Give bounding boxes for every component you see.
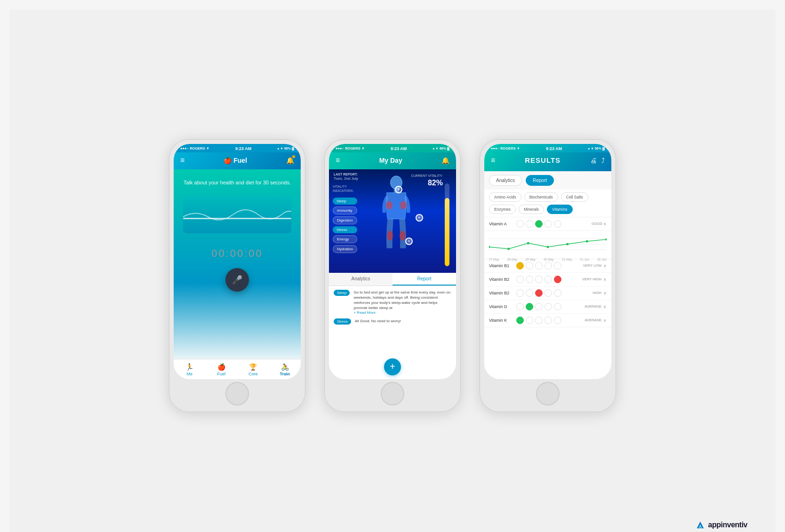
results-tab-analytics[interactable]: Analytics bbox=[489, 175, 522, 186]
train-label: Train bbox=[280, 372, 290, 376]
vitamin-d-row: Vitamin D AVERAGE ∨ bbox=[484, 300, 611, 314]
sleep-tag: Sleep bbox=[334, 290, 350, 296]
nav-item-core[interactable]: 🏆 Core bbox=[237, 363, 269, 376]
train-icon: 🚴 bbox=[281, 363, 289, 371]
chip-amino-acids[interactable]: Amino Acids bbox=[489, 192, 521, 202]
vitamin-d-chevron[interactable]: ∨ bbox=[603, 304, 607, 309]
chip-minerals[interactable]: Minerals bbox=[519, 205, 544, 214]
phone-2-time: 9:23 AM bbox=[391, 146, 407, 151]
phone-3-time: 9:23 AM bbox=[546, 146, 562, 151]
indicator-immunity[interactable]: Immunity bbox=[333, 206, 357, 214]
svg-point-14 bbox=[586, 240, 588, 242]
last-report-label: LAST REPORT: bbox=[334, 173, 358, 176]
tab-analytics[interactable]: Analytics bbox=[329, 273, 392, 286]
chart-svg bbox=[489, 234, 607, 255]
phone-2-home-button[interactable] bbox=[381, 382, 404, 405]
body-plus-2[interactable]: + bbox=[416, 214, 423, 222]
vk-dot-1 bbox=[516, 317, 524, 324]
phone-1-menu-icon[interactable]: ≡ bbox=[180, 156, 184, 165]
results-main-tabs: Analytics Report bbox=[484, 171, 611, 190]
share-icon[interactable]: ⤴ bbox=[601, 157, 605, 164]
vd-dot-4 bbox=[545, 303, 552, 310]
svg-point-4 bbox=[387, 230, 392, 240]
vitamin-d-dots bbox=[516, 303, 579, 310]
svg-point-3 bbox=[400, 201, 407, 209]
va-dot-4 bbox=[545, 220, 552, 228]
nav-item-train[interactable]: 🚴 Train bbox=[269, 363, 301, 376]
phone-1-content: Talk about your health and diet for 30 s… bbox=[174, 169, 301, 359]
vitamin-b1-chevron[interactable]: ∨ bbox=[603, 263, 607, 268]
chip-vitamins[interactable]: Vitamins bbox=[547, 205, 572, 214]
mic-button[interactable]: 🎤 bbox=[225, 268, 249, 292]
phone-1-header: ≡ 🍎 Fuel 🔔 bbox=[174, 152, 301, 169]
phone-2-carrier: ●●●○ ROGERS ▼ bbox=[336, 146, 365, 151]
brand-logo-text: appinventiv bbox=[708, 521, 747, 529]
myday-body-section: LAST REPORT: Tues, 2nd July CURRENT VITA… bbox=[329, 169, 456, 273]
phone-1-inner: ●●●○ ROGERS ▼ 9:23 AM ● ▼ 66% ▓ ≡ 🍎 Fuel… bbox=[174, 144, 301, 379]
vitamin-b2a-chevron[interactable]: ∨ bbox=[603, 277, 607, 282]
phone-1-home-button[interactable] bbox=[225, 382, 249, 405]
vd-dot-1 bbox=[516, 303, 524, 310]
report-content: Sleep Go to bed and get up at the same t… bbox=[329, 286, 456, 356]
va-dot-2 bbox=[526, 220, 533, 228]
svg-point-12 bbox=[546, 246, 549, 248]
svg-point-10 bbox=[507, 247, 510, 250]
phone-1-bottom-nav: 🏃 Me 🍎 Fuel 🏆 Core 🚴 Train bbox=[174, 359, 301, 379]
vk-dot-4 bbox=[545, 317, 552, 324]
phone-3-home-button[interactable] bbox=[536, 382, 560, 405]
phone-2: ●●●○ ROGERS ▼ 9:23 AM ● ▼ 66% ▓ ≡ My Day… bbox=[324, 139, 461, 412]
vitamin-a-status: GOOD bbox=[592, 222, 602, 226]
fuel-label: Fuel bbox=[217, 372, 225, 376]
phone-2-bell-icon[interactable]: 🔔 bbox=[441, 156, 449, 165]
va-dot-3 bbox=[535, 220, 543, 228]
phones-container: ●●●○ ROGERS ▼ 9:23 AM ● ▼ 66% ▓ ≡ 🍎 Fuel… bbox=[169, 139, 616, 412]
stress-tag: Stress bbox=[334, 318, 351, 325]
chip-biochemicals[interactable]: Biochemicals bbox=[524, 192, 558, 202]
chip-enzymes[interactable]: Enzymes bbox=[489, 205, 516, 214]
vitamin-b2a-name: Vitamin B2 bbox=[489, 277, 516, 282]
body-plus-1[interactable]: + bbox=[395, 186, 402, 193]
body-plus-3[interactable]: + bbox=[405, 238, 413, 245]
vitamin-k-chevron[interactable]: ∨ bbox=[603, 318, 607, 323]
read-more-link[interactable]: + Read More bbox=[353, 310, 451, 315]
chip-cell-salts[interactable]: Cell Salts bbox=[561, 192, 588, 202]
vitamin-k-status: AVERAGE bbox=[582, 318, 601, 322]
tab-report[interactable]: Report bbox=[392, 273, 456, 286]
b2b-dot-4 bbox=[545, 289, 552, 297]
b1-dot-4 bbox=[545, 262, 552, 270]
phone-3-menu-icon[interactable]: ≡ bbox=[491, 156, 495, 165]
vitamin-d-status: AVERAGE bbox=[582, 304, 601, 309]
brand-logo: appinventiv bbox=[695, 520, 747, 530]
svg-point-9 bbox=[489, 246, 490, 248]
phone-2-status-bar: ●●●○ ROGERS ▼ 9:23 AM ● ▼ 66% ▓ bbox=[329, 144, 456, 152]
va-dot-1 bbox=[516, 220, 524, 228]
sleep-text: Go to bed and get up at the same time ev… bbox=[353, 290, 451, 311]
fab-add-button[interactable]: + bbox=[384, 358, 401, 375]
core-icon: 🏆 bbox=[249, 363, 257, 371]
svg-point-11 bbox=[527, 242, 529, 244]
phone-3-status-bar: ●●●○ ROGERS ▼ 9:23 AM ● ▼ 66% ▓ bbox=[484, 144, 611, 152]
phone-1-bell-icon[interactable]: 🔔 bbox=[286, 156, 294, 165]
indicator-hydration[interactable]: Hydration bbox=[333, 245, 357, 253]
nav-item-fuel[interactable]: 🍎 Fuel bbox=[206, 363, 238, 376]
phone-3-header: ≡ RESULTS 🖨 ⤴ bbox=[484, 152, 611, 171]
results-tab-report[interactable]: Report bbox=[526, 175, 554, 186]
vk-dot-3 bbox=[535, 317, 543, 324]
chart-label-1: 28 May bbox=[507, 258, 517, 261]
b2a-dot-3 bbox=[535, 276, 543, 283]
vitamin-a-chevron[interactable]: ∧ bbox=[603, 222, 607, 226]
vitamin-b2b-chevron[interactable]: ∨ bbox=[603, 291, 607, 295]
indicator-sleep[interactable]: Sleep bbox=[333, 198, 357, 205]
print-icon[interactable]: 🖨 bbox=[590, 157, 597, 164]
indicator-digestion[interactable]: Digestion bbox=[333, 216, 357, 224]
filter-chips: Amino Acids Biochemicals Cell Salts Enzy… bbox=[484, 190, 611, 217]
last-report-date: Tues, 2nd July bbox=[334, 176, 358, 181]
indicator-energy[interactable]: Energy bbox=[333, 235, 357, 243]
indicator-stress[interactable]: Stress bbox=[333, 226, 357, 233]
phone-2-menu-icon[interactable]: ≡ bbox=[336, 156, 340, 165]
svg-point-13 bbox=[566, 243, 569, 245]
fuel-prompt: Talk about your health and diet for 30 s… bbox=[184, 179, 291, 187]
phone-1: ●●●○ ROGERS ▼ 9:23 AM ● ▼ 66% ▓ ≡ 🍎 Fuel… bbox=[169, 139, 305, 412]
nav-item-me[interactable]: 🏃 Me bbox=[174, 363, 206, 376]
vitality-indicators-label: VITALITYINDICATORS: bbox=[333, 184, 353, 193]
